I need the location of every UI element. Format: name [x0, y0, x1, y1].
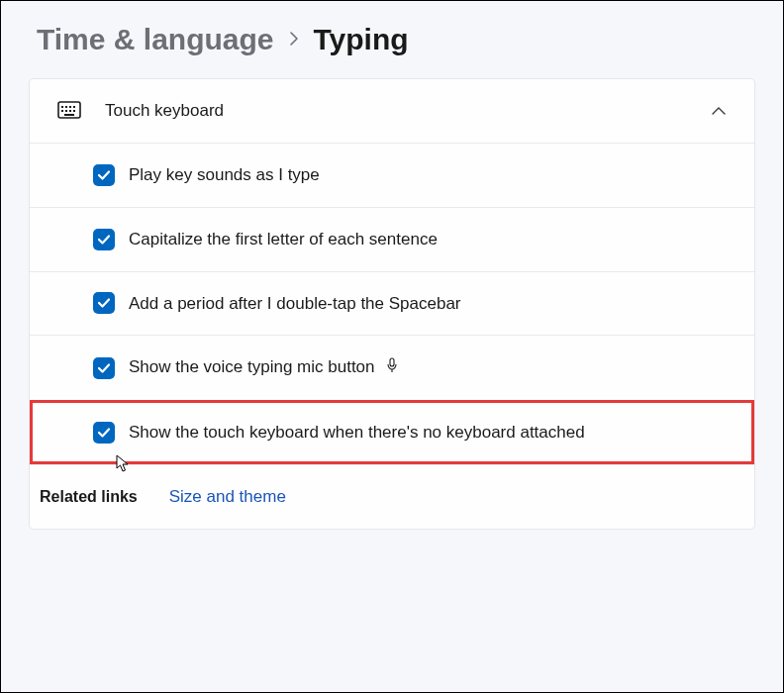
option-label: Show the touch keyboard when there's no … — [129, 421, 585, 445]
microphone-icon — [385, 356, 399, 380]
checkbox[interactable] — [93, 229, 115, 250]
svg-rect-10 — [390, 358, 394, 366]
size-and-theme-link[interactable]: Size and theme — [169, 487, 286, 507]
option-label: Show the voice typing mic button — [129, 355, 399, 379]
page-title: Typing — [314, 23, 409, 56]
keyboard-icon — [57, 101, 81, 121]
checkbox[interactable] — [93, 292, 115, 314]
svg-rect-9 — [64, 114, 74, 116]
option-add-period-double-tap[interactable]: Add a period after I double-tap the Spac… — [30, 271, 754, 336]
svg-rect-4 — [73, 106, 75, 108]
svg-rect-8 — [73, 110, 75, 112]
svg-rect-5 — [61, 110, 63, 112]
touch-keyboard-section-header[interactable]: Touch keyboard — [30, 79, 754, 143]
checkbox[interactable] — [93, 164, 115, 186]
svg-rect-6 — [65, 110, 67, 112]
checkbox[interactable] — [93, 357, 115, 379]
svg-rect-2 — [65, 106, 67, 108]
chevron-right-icon — [288, 27, 300, 52]
option-show-touch-keyboard-no-keyboard[interactable]: Show the touch keyboard when there's no … — [30, 400, 754, 464]
option-play-key-sounds[interactable]: Play key sounds as I type — [30, 143, 754, 207]
breadcrumb-parent[interactable]: Time & language — [37, 23, 274, 56]
option-label: Capitalize the first letter of each sent… — [129, 228, 438, 251]
related-links: Related links Size and theme — [30, 464, 754, 529]
option-label: Add a period after I double-tap the Spac… — [129, 292, 461, 316]
option-show-voice-typing-mic[interactable]: Show the voice typing mic button — [30, 335, 754, 399]
breadcrumb: Time & language Typing — [29, 23, 755, 56]
chevron-up-icon — [711, 103, 727, 119]
option-capitalize-first-letter[interactable]: Capitalize the first letter of each sent… — [30, 207, 754, 271]
svg-rect-3 — [69, 106, 71, 108]
svg-rect-1 — [61, 106, 63, 108]
checkbox[interactable] — [93, 422, 115, 444]
settings-panel: Touch keyboard Play key sounds as I type… — [29, 78, 755, 530]
section-title: Touch keyboard — [105, 101, 711, 121]
option-label: Play key sounds as I type — [129, 163, 320, 187]
svg-rect-7 — [69, 110, 71, 112]
related-links-title: Related links — [40, 488, 138, 506]
